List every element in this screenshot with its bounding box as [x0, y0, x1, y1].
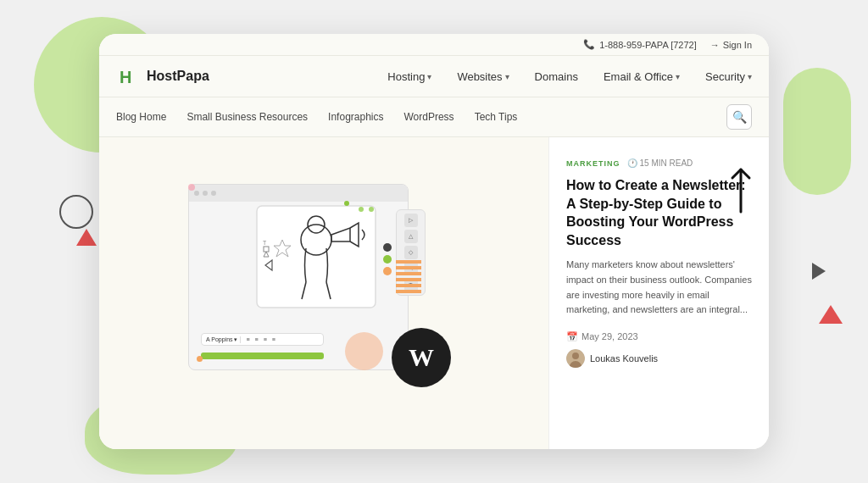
- submit-bar: [201, 353, 324, 359]
- sec-nav-blog-home[interactable]: Blog Home: [116, 111, 166, 123]
- nav-domains[interactable]: Domains: [535, 70, 578, 83]
- chevron-down-icon: ▾: [676, 72, 680, 81]
- editor-dot: [203, 191, 208, 196]
- phone-number[interactable]: 📞 1-888-959-PAPA [7272]: [583, 39, 697, 50]
- color-palette: [383, 243, 392, 275]
- nav-security-label: Security: [705, 70, 745, 83]
- sec-nav-small-business[interactable]: Small Business Resources: [186, 111, 308, 123]
- illustration-area: ⚙: [99, 137, 548, 449]
- align-justify-icon: ≡: [270, 336, 277, 343]
- logo-icon: H: [116, 64, 140, 88]
- editor-body: T A Poppins ▾ ≡ ≡ ≡ ≡: [189, 202, 408, 215]
- signin-text: Sign In: [723, 40, 752, 50]
- article-title: How to Create a Newsletter: A Step-by-St…: [566, 176, 752, 249]
- article-author: Loukas Kouvelis: [566, 349, 752, 368]
- svg-text:T: T: [263, 240, 267, 246]
- nav-websites[interactable]: Websites ▾: [457, 70, 509, 83]
- browser-window: 📞 1-888-959-PAPA [7272] → Sign In H Host…: [99, 34, 769, 449]
- wp-editor-mockup: T A Poppins ▾ ≡ ≡ ≡ ≡: [188, 184, 409, 370]
- red-triangle-right-decor: [819, 305, 843, 324]
- svg-point-9: [572, 353, 579, 359]
- signin-link[interactable]: → Sign In: [710, 40, 752, 50]
- outline-triangle-right-decor: [812, 263, 826, 280]
- outline-circle-decor: [59, 195, 93, 229]
- tool-button: ▷: [404, 214, 418, 227]
- phone-icon: 📞: [583, 39, 595, 50]
- color-dot-dark: [383, 243, 392, 252]
- color-dot-orange: [383, 267, 392, 275]
- nav-email-office[interactable]: Email & Office ▾: [604, 70, 680, 83]
- align-right-icon: ≡: [262, 336, 269, 343]
- chevron-down-icon: ▾: [505, 72, 509, 81]
- author-name: Loukas Kouvelis: [590, 353, 658, 364]
- nav-security[interactable]: Security ▾: [705, 70, 752, 83]
- tool-button: T: [404, 278, 418, 291]
- align-left-icon: ≡: [244, 336, 251, 343]
- sec-nav-infographics[interactable]: Infographics: [328, 111, 383, 123]
- signin-icon: →: [710, 40, 720, 50]
- phone-text: 1-888-959-PAPA [7272]: [599, 40, 697, 50]
- color-dot-green: [383, 255, 392, 264]
- tool-button: ✎: [404, 262, 418, 275]
- logo-text: HostPapa: [147, 69, 209, 84]
- green-blob-right-decor: [783, 68, 851, 195]
- avatar: [566, 349, 585, 368]
- svg-text:H: H: [120, 68, 131, 86]
- main-content: ⚙: [99, 137, 769, 449]
- article-category: MARKETING 🕐 15 MIN READ: [566, 158, 752, 168]
- nav-email-label: Email & Office: [604, 70, 673, 83]
- font-selector: A Poppins ▾: [206, 336, 241, 343]
- date-text: May 29, 2023: [581, 331, 638, 341]
- svg-rect-1: [257, 206, 376, 308]
- article-meta: 📅 May 29, 2023 Loukas Kouvelis: [566, 331, 752, 368]
- editor-dot: [211, 191, 216, 196]
- wordpress-logo: W: [392, 328, 451, 387]
- top-bar: 📞 1-888-959-PAPA [7272] → Sign In: [99, 34, 769, 56]
- illustration-mockup: ⚙: [180, 175, 468, 413]
- nav-websites-label: Websites: [457, 70, 502, 83]
- sec-nav-wordpress[interactable]: WordPress: [403, 111, 453, 123]
- editor-toolbar: A Poppins ▾ ≡ ≡ ≡ ≡: [201, 333, 324, 346]
- article-date: 📅 May 29, 2023: [566, 331, 752, 342]
- red-triangle-left-decor: [76, 229, 97, 246]
- category-badge: MARKETING: [566, 159, 620, 168]
- nav-hosting-label: Hosting: [387, 70, 425, 83]
- tool-button: △: [404, 230, 418, 243]
- tool-button: ◇: [404, 246, 418, 259]
- article-excerpt: Many marketers know about newsletters' i…: [566, 258, 752, 317]
- main-nav: H HostPapa Hosting ▾ Websites ▾ Domains …: [99, 56, 769, 97]
- clock-icon: 🕐: [627, 158, 637, 168]
- nav-hosting[interactable]: Hosting ▾: [387, 70, 431, 83]
- search-button[interactable]: 🔍: [726, 104, 752, 130]
- sec-nav-tech-tips[interactable]: Tech Tips: [475, 111, 518, 123]
- search-icon: 🔍: [732, 110, 747, 124]
- logo[interactable]: H HostPapa: [116, 64, 209, 88]
- side-tools-panel: ▷ △ ◇ ✎ T: [396, 209, 426, 296]
- article-panel: MARKETING 🕐 15 MIN READ How to Create a …: [548, 137, 769, 449]
- chevron-down-icon: ▾: [748, 72, 752, 81]
- align-center-icon: ≡: [253, 336, 260, 343]
- calendar-icon: 📅: [566, 331, 578, 342]
- read-time: 🕐 15 MIN READ: [627, 158, 693, 168]
- secondary-nav: Blog Home Small Business Resources Infog…: [99, 97, 769, 137]
- chevron-down-icon: ▾: [427, 72, 431, 81]
- toolbar-icons: ≡ ≡ ≡ ≡: [244, 336, 276, 343]
- nav-domains-label: Domains: [535, 70, 578, 83]
- read-time-text: 15 MIN READ: [640, 158, 693, 168]
- editor-dot: [194, 191, 199, 196]
